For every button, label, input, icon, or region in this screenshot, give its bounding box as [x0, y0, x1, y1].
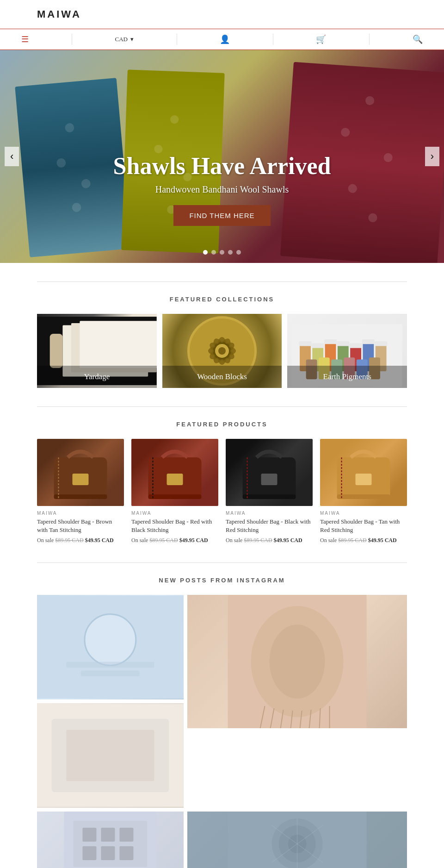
svg-rect-96 [119, 846, 133, 860]
svg-rect-73 [66, 662, 154, 668]
product-black-bag[interactable]: MAIWA Tapered Shoulder Bag - Black with … [226, 439, 313, 544]
menu-button[interactable]: ☰ [21, 34, 29, 44]
hero-content: Shawls Have Arrived Handwoven Bandhani W… [0, 152, 444, 226]
product-4-sale-label: On sale [320, 537, 337, 543]
product-3-name: Tapered Shoulder Bag - Black with Red St… [226, 518, 313, 534]
svg-rect-16 [80, 321, 156, 368]
product-2-price: On sale $89.95 CAD $49.95 CAD [131, 537, 218, 544]
hero-dot-2[interactable] [211, 250, 216, 255]
hero-prev-button[interactable]: ‹ [5, 147, 19, 166]
instagram-section: NEW POSTS FROM INSTAGRAM [0, 563, 444, 868]
svg-rect-54 [375, 341, 387, 346]
product-2-name: Tapered Shoulder Bag - Red with Black St… [131, 518, 218, 534]
svg-rect-93 [119, 828, 133, 842]
product-1-price: On sale $89.95 CAD $49.95 CAD [37, 537, 124, 544]
svg-point-9 [340, 127, 350, 137]
product-2-brand: MAIWA [131, 511, 218, 516]
featured-collections-title: FEATURED COLLECTIONS [0, 282, 444, 314]
product-red-bag-image [131, 439, 218, 506]
svg-rect-61 [148, 494, 202, 499]
product-4-sale-price: $49.95 CAD [368, 537, 397, 543]
hero-slider: Shawls Have Arrived Handwoven Bandhani W… [0, 50, 444, 263]
collection-yardage[interactable]: Yardage [37, 314, 157, 388]
collection-wooden-blocks-label: Wooden Blocks [162, 366, 282, 388]
product-1-sale-label: On sale [37, 537, 54, 543]
account-icon: 👤 [220, 34, 230, 44]
hero-subtitle: Handwoven Bandhani Wool Shawls [0, 184, 444, 195]
instagram-post-2[interactable] [37, 703, 184, 808]
svg-rect-92 [101, 828, 115, 842]
product-1-original-price: $89.95 CAD [55, 537, 83, 543]
svg-rect-50 [324, 339, 337, 344]
products-grid: MAIWA Tapered Shoulder Bag - Brown with … [0, 439, 444, 562]
svg-rect-95 [101, 846, 115, 860]
product-4-price: On sale $89.95 CAD $49.95 CAD [320, 537, 407, 544]
product-4-brand: MAIWA [320, 511, 407, 516]
product-tan-bag[interactable]: MAIWA Tapered Shoulder Bag - Tan with Re… [320, 439, 407, 544]
instagram-post-5[interactable] [187, 812, 407, 868]
svg-rect-68 [356, 474, 372, 485]
featured-products-title: FEATURED PRODUCTS [0, 407, 444, 439]
currency-label: CAD [115, 36, 128, 43]
svg-rect-69 [337, 494, 390, 499]
svg-point-72 [85, 614, 136, 666]
product-2-sale-label: On sale [131, 537, 148, 543]
product-2-original-price: $89.95 CAD [149, 537, 178, 543]
product-2-sale-price: $49.95 CAD [179, 537, 208, 543]
instagram-post-4[interactable] [37, 812, 184, 868]
hero-dots [0, 250, 444, 255]
nav-divider-2 [177, 34, 177, 45]
svg-rect-91 [82, 828, 96, 842]
svg-rect-56 [73, 474, 89, 485]
currency-arrow: ▾ [130, 36, 134, 43]
product-3-price: On sale $89.95 CAD $49.95 CAD [226, 537, 313, 544]
hero-dot-3[interactable] [220, 250, 224, 255]
hero-dot-4[interactable] [228, 250, 233, 255]
svg-rect-64 [261, 474, 278, 485]
product-tan-bag-image [320, 439, 407, 506]
instagram-post-1[interactable] [37, 595, 184, 699]
svg-rect-57 [54, 494, 107, 499]
search-button[interactable]: 🔍 [413, 34, 423, 44]
product-3-sale-price: $49.95 CAD [274, 537, 302, 543]
product-4-name: Tapered Shoulder Bag - Tan with Red Stit… [320, 518, 407, 534]
svg-point-0 [65, 123, 74, 132]
cart-button[interactable]: 🛒 [316, 34, 326, 44]
product-4-original-price: $89.95 CAD [338, 537, 366, 543]
svg-point-4 [170, 115, 179, 124]
account-button[interactable]: 👤 [220, 34, 230, 44]
collection-wooden-blocks[interactable]: Wooden Blocks [162, 314, 282, 388]
svg-rect-51 [337, 341, 350, 346]
collection-earth-pigments-label: Earth Pigments [287, 366, 407, 388]
svg-rect-65 [243, 494, 296, 499]
svg-rect-49 [312, 343, 324, 348]
collection-earth-pigments[interactable]: Earth Pigments [287, 314, 407, 388]
svg-rect-52 [350, 343, 362, 348]
menu-icon: ☰ [21, 34, 29, 44]
product-brown-bag-image [37, 439, 124, 506]
product-1-name: Tapered Shoulder Bag - Brown with Tan St… [37, 518, 124, 534]
hero-dot-5[interactable] [236, 250, 241, 255]
site-header: MAIWA [0, 0, 444, 29]
hero-cta-button[interactable]: FIND THEM HERE [173, 205, 270, 226]
nav-bar: ☰ CAD ▾ 👤 🛒 🔍 [0, 29, 444, 50]
site-logo[interactable]: MAIWA [37, 8, 81, 20]
hero-next-button[interactable]: › [425, 147, 439, 166]
product-3-brand: MAIWA [226, 511, 313, 516]
hero-dot-1[interactable] [203, 250, 208, 255]
featured-products-section: FEATURED PRODUCTS MAIWA Tapered Shoulder… [0, 407, 444, 562]
currency-selector[interactable]: CAD ▾ [115, 36, 134, 43]
nav-divider-1 [72, 34, 72, 45]
product-black-bag-image [226, 439, 313, 506]
nav-divider-3 [273, 34, 273, 45]
featured-collections-section: FEATURED COLLECTIONS Yardage [0, 282, 444, 406]
product-red-bag[interactable]: MAIWA Tapered Shoulder Bag - Red with Bl… [131, 439, 218, 544]
product-1-brand: MAIWA [37, 511, 124, 516]
svg-rect-48 [299, 341, 312, 346]
instagram-post-3[interactable] [187, 595, 407, 808]
svg-rect-74 [81, 671, 140, 677]
collection-yardage-label: Yardage [37, 366, 157, 388]
svg-rect-94 [82, 846, 96, 860]
instagram-title: NEW POSTS FROM INSTAGRAM [37, 563, 407, 595]
product-brown-bag[interactable]: MAIWA Tapered Shoulder Bag - Brown with … [37, 439, 124, 544]
